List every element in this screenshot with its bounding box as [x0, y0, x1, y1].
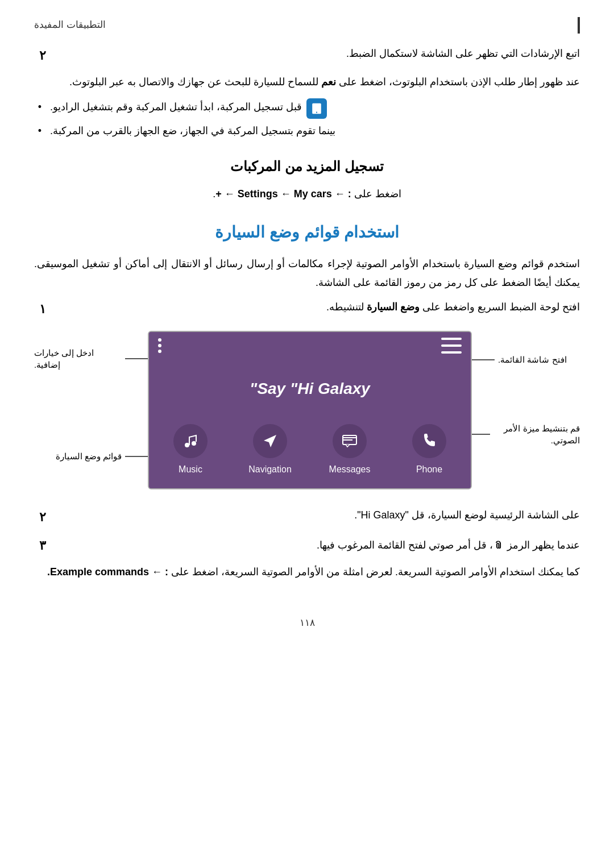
bluetooth-phone-icon — [306, 98, 327, 119]
car-mode-section-title: استخدام قوائم وضع السيارة — [34, 219, 580, 246]
register-more-title: تسجيل المزيد من المركبات — [34, 155, 580, 178]
svg-point-4 — [192, 441, 196, 446]
messages-label: Messages — [329, 462, 371, 477]
step2-text: اتبع الإرشادات التي تظهر على الشاشة لاست… — [346, 48, 580, 59]
messages-button[interactable]: Messages — [321, 424, 378, 477]
arrow-line-r2 — [125, 456, 148, 457]
dot-2 — [158, 344, 161, 347]
bullet1-text: قبل تسجيل المركبة، ابدأ تشغيل المركبة وق… — [50, 98, 302, 116]
extra-options-annotation: ادخل إلى خيارات إضافية. — [34, 347, 148, 371]
hamburger-menu-icon[interactable] — [441, 338, 462, 354]
dot-1 — [158, 338, 161, 342]
step2-screen-content: على الشاشة الرئيسية لوضع السيارة، قل "Hi… — [57, 506, 580, 528]
bullet2-text: بينما تقوم بتسجيل المركبة في الجهاز، ضع … — [50, 122, 335, 140]
more-options-icon[interactable] — [158, 338, 161, 353]
navigation-label: Navigation — [248, 462, 292, 477]
step2-section: ٢ اتبع الإرشادات التي تظهر على الشاشة لا… — [34, 45, 580, 139]
step1-content: افتح لوحة الضبط السريع واضغط على وضع الس… — [57, 298, 580, 319]
svg-point-3 — [185, 443, 189, 447]
car-mode-bold: وضع السيارة — [367, 301, 420, 313]
step2-content: اتبع الإرشادات التي تظهر على الشاشة لاست… — [57, 45, 580, 66]
music-label: Music — [179, 462, 202, 477]
voice-feature-annotation: قم بتنشيط ميزة الأمر الصوتي. — [472, 422, 580, 446]
step3-extra-text: كما يمكنك استخدام الأوامر الصوتية السريع… — [34, 563, 580, 581]
dot-3 — [158, 350, 161, 353]
navigation-button[interactable]: Navigation — [242, 424, 298, 477]
page-header: التطبيقات المفيدة — [34, 17, 580, 34]
example-commands-text: Example commands. — [47, 566, 149, 578]
messages-icon — [341, 433, 358, 450]
page-number: ١١٨ — [300, 617, 315, 628]
arrow-line-3 — [472, 434, 490, 435]
music-button[interactable]: Music — [162, 424, 219, 477]
hamburger-line-1 — [441, 338, 462, 340]
list-item: • بينما تقوم بتسجيل المركبة في الجهاز، ض… — [34, 122, 580, 140]
bold-neem: نعم — [321, 76, 336, 88]
car-menus-annotation: قوائم وضع السيارة — [34, 450, 148, 462]
arrow-line-1 — [472, 359, 495, 360]
step2-subtext: عند ظهور إطار طلب الإذن باستخدام البلوتو… — [34, 73, 580, 91]
arrow-line-r1 — [125, 358, 148, 359]
bullet-dot: • — [34, 98, 45, 116]
music-icon-circle[interactable] — [173, 424, 208, 458]
step3-content: عندما يظهر الرمز ﹫، قل أمر صوتي لفتح الق… — [57, 535, 580, 556]
voice-feature-text: قم بتنشيط ميزة الأمر الصوتي. — [493, 422, 580, 446]
phone-button[interactable]: Phone — [401, 424, 458, 477]
page-footer: ١١٨ — [34, 615, 580, 632]
hamburger-line-3 — [441, 351, 462, 354]
bullet-dot-2: • — [34, 122, 45, 140]
step2-row: ٢ اتبع الإرشادات التي تظهر على الشاشة لا… — [34, 45, 580, 66]
menu-screen-annotation: افتح شاشة القائمة. — [472, 354, 580, 366]
step3-number: ٣ — [34, 535, 51, 556]
list-item: • قبل تسجيل المركبة، ابدأ تشغيل المركبة … — [34, 98, 580, 119]
navigation-icon — [262, 433, 279, 450]
hamburger-line-2 — [441, 344, 462, 347]
phone-icon — [421, 433, 438, 450]
car-mode-diagram: Say "Hi Galaxy" Phone — [148, 331, 472, 489]
phone-icon-circle[interactable] — [412, 424, 446, 458]
music-icon — [182, 433, 199, 450]
phone-label: Phone — [416, 462, 442, 477]
messages-icon-circle[interactable] — [333, 424, 367, 458]
extra-options-text: ادخل إلى خيارات إضافية. — [34, 347, 122, 371]
step1-number: ١ — [34, 298, 51, 319]
left-annotations: افتح شاشة القائمة. قم بتنشيط ميزة الأمر … — [472, 331, 580, 458]
settings-path-label: اضغط على : ← Settings ← My cars ← +. — [213, 188, 401, 200]
menu-screen-text: افتح شاشة القائمة. — [498, 354, 567, 366]
step2-screen-text: على الشاشة الرئيسية لوضع السيارة، قل "Hi… — [354, 509, 580, 521]
step3-text: عندما يظهر الرمز ﹫، قل أمر صوتي لفتح الق… — [317, 539, 580, 551]
page-title: التطبيقات المفيدة — [34, 17, 106, 34]
diagram-bottom-bar: Phone Messages — [149, 416, 471, 488]
say-hi-galaxy-text: Say "Hi Galaxy" — [155, 375, 465, 402]
step1-row: ١ افتح لوحة الضبط السريع واضغط على وضع ا… — [34, 298, 580, 319]
bullet-list: • قبل تسجيل المركبة، ابدأ تشغيل المركبة … — [34, 98, 580, 140]
step3-row: ٣ عندما يظهر الرمز ﹫، قل أمر صوتي لفتح ا… — [34, 535, 580, 556]
step2-screen-number: ٢ — [34, 506, 51, 528]
right-annotations: ادخل إلى خيارات إضافية. قوائم وضع السيار… — [34, 331, 148, 474]
car-menus-text: قوائم وضع السيارة — [56, 450, 122, 462]
step2-screen-row: ٢ على الشاشة الرئيسية لوضع السيارة، قل "… — [34, 506, 580, 528]
settings-path-text: اضغط على : ← Settings ← My cars ← +. — [34, 185, 580, 203]
step2-number: ٢ — [34, 45, 51, 66]
car-mode-body-text: استخدم قوائم وضع السيارة باستخدام الأوام… — [34, 255, 580, 292]
car-mode-diagram-container: افتح شاشة القائمة. قم بتنشيط ميزة الأمر … — [34, 331, 580, 489]
diagram-top-bar — [149, 332, 471, 359]
navigation-icon-circle[interactable] — [253, 424, 287, 458]
diagram-middle: Say "Hi Galaxy" — [149, 359, 471, 416]
